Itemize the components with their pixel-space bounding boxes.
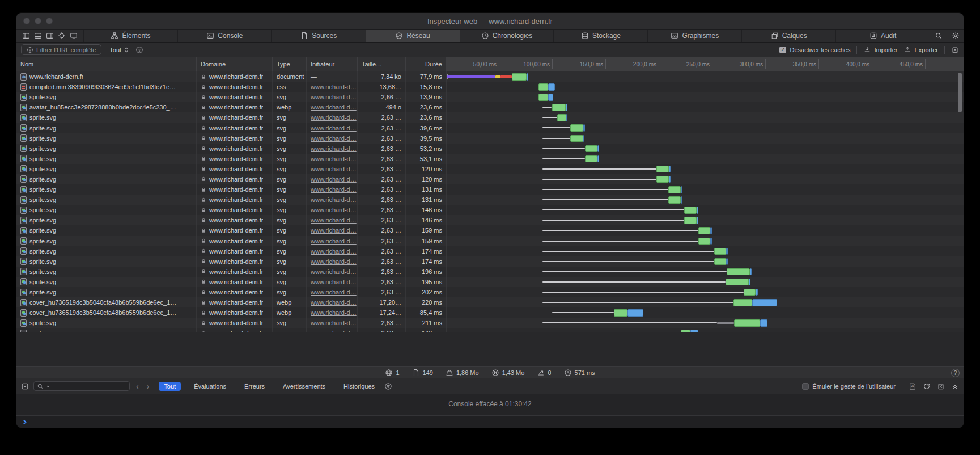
initiator-link[interactable]: www.richard-d… <box>311 166 357 172</box>
initiator-link[interactable]: www.richard-d… <box>311 176 357 183</box>
table-row[interactable]: sprite.svgwww.richard-dern.frsvgwww.rich… <box>16 112 964 123</box>
initiator-link[interactable]: www.richard-d… <box>311 155 357 162</box>
minimize-button[interactable] <box>35 18 41 24</box>
table-row[interactable]: compiled.min.38390909f303624ed9e1cf1bd3f… <box>16 82 964 92</box>
next-result-button[interactable]: › <box>145 382 151 390</box>
export-button[interactable]: Exporter <box>903 46 938 54</box>
table-row[interactable]: sprite.svgwww.richard-dern.frsvgwww.rich… <box>16 184 964 195</box>
column-header-type[interactable]: Type <box>273 57 307 71</box>
initiator-link[interactable]: www.richard-d… <box>311 248 357 255</box>
resource-type-select[interactable]: Tout <box>109 47 130 53</box>
initiator-link[interactable]: www.richard-d… <box>311 186 357 193</box>
expand-console-icon[interactable] <box>951 382 959 390</box>
table-row[interactable]: avatar_hu85ecc3e298728880b0bde2dcc4e5c23… <box>16 102 964 112</box>
table-row[interactable]: sprite.svgwww.richard-dern.frsvgwww.rich… <box>16 92 964 102</box>
table-row[interactable]: cover_hu736519dc3b5040cfa48b6b559b6de6ec… <box>16 297 964 307</box>
table-row[interactable]: www.richard-dern.frwww.richard-dern.frdo… <box>16 71 964 82</box>
initiator-link[interactable]: www.richard-d… <box>311 258 357 265</box>
table-row[interactable]: sprite.svgwww.richard-dern.frsvgwww.rich… <box>16 225 964 235</box>
table-row[interactable]: sprite.svgwww.richard-dern.frsvgwww.rich… <box>16 287 964 297</box>
column-header-initiator[interactable]: Initiateur <box>307 57 358 71</box>
table-row[interactable]: sprite.svgwww.richard-dern.frsvgwww.rich… <box>16 154 964 164</box>
close-button[interactable] <box>23 18 30 24</box>
clear-network-items-icon[interactable] <box>951 46 959 54</box>
tab-timelines[interactable]: Chronologies <box>460 30 554 42</box>
url-filter-field[interactable]: Filtrer l’URL complète <box>21 44 101 55</box>
console-scope-all[interactable]: Tout <box>159 382 181 391</box>
table-row[interactable]: sprite.svgwww.richard-dern.frsvgwww.rich… <box>16 164 964 174</box>
settings-button[interactable] <box>947 30 964 42</box>
zoom-button[interactable] <box>46 18 53 24</box>
table-row[interactable]: sprite.svgwww.richard-dern.frsvgwww.rich… <box>16 123 964 133</box>
table-row[interactable]: sprite.svgwww.richard-dern.frsvgwww.rich… <box>16 236 964 246</box>
device-icon[interactable] <box>70 32 78 40</box>
vertical-scrollbar[interactable] <box>958 73 962 112</box>
tab-sources[interactable]: Sources <box>271 30 366 42</box>
initiator-link[interactable]: www.richard-d… <box>311 309 357 316</box>
tab-network[interactable]: Réseau <box>366 30 460 42</box>
table-row[interactable]: sprite.svgwww.richard-dern.frsvgwww.rich… <box>16 267 964 277</box>
dock-right-icon[interactable] <box>46 32 54 40</box>
help-button[interactable]: ? <box>951 369 960 377</box>
disable-caches-checkbox[interactable]: ✓ Désactiver les caches <box>779 47 850 53</box>
initiator-link[interactable]: www.richard-d… <box>311 268 357 275</box>
table-row[interactable]: sprite.svgwww.richard-dern.frsvgwww.rich… <box>16 256 964 267</box>
table-row[interactable]: sprite.svgwww.richard-dern.frsvgwww.rich… <box>16 195 964 205</box>
tab-elements[interactable]: Éléments <box>83 30 177 42</box>
dock-left-icon[interactable] <box>22 32 30 40</box>
table-row[interactable]: sprite.svgwww.richard-dern.frsvgwww.rich… <box>16 144 964 154</box>
table-row[interactable]: sprite.svgwww.richard-dern.frsvgwww.rich… <box>16 246 964 256</box>
console-scope-avertissements[interactable]: Avertissements <box>278 382 330 391</box>
column-header-duration[interactable]: Durée <box>406 57 447 71</box>
tab-layers[interactable]: Calques <box>741 30 835 42</box>
initiator-link[interactable]: www.richard-d… <box>311 279 357 285</box>
initiator-link[interactable]: www.richard-d… <box>311 125 357 132</box>
console-scope-évaluations[interactable]: Évaluations <box>189 382 231 391</box>
element-picker-icon[interactable] <box>58 32 66 40</box>
column-header-domain[interactable]: Domaine <box>197 57 273 71</box>
initiator-link[interactable]: www.richard-d… <box>311 145 357 152</box>
column-header-size[interactable]: Taille… <box>358 57 406 71</box>
table-row[interactable]: sprite.svgwww.richard-dern.frsvgwww.rich… <box>16 318 964 328</box>
column-header-name[interactable]: Nom <box>16 57 197 71</box>
initiator-link[interactable]: www.richard-d… <box>311 289 357 296</box>
table-row[interactable]: sprite.svgwww.richard-dern.frsvgwww.rich… <box>16 174 964 184</box>
emulate-user-gesture-checkbox[interactable]: Émuler le geste de l’utilisateur <box>802 383 896 390</box>
initiator-link[interactable]: www.richard-d… <box>311 94 357 100</box>
initiator-link[interactable]: www.richard-d… <box>311 104 357 111</box>
initiator-link[interactable]: www.richard-d… <box>311 196 357 203</box>
table-row[interactable]: sprite.svgwww.richard-dern.frsvgwww.rich… <box>16 205 964 215</box>
console-drawer-icon[interactable] <box>21 382 29 390</box>
initiator-link[interactable]: www.richard-d… <box>311 330 357 332</box>
dock-bottom-icon[interactable] <box>34 32 42 40</box>
scope-filter-icon[interactable] <box>135 46 143 54</box>
table-row[interactable]: sprite.svgwww.richard-dern.frsvgwww.rich… <box>16 328 964 332</box>
refresh-icon[interactable] <box>923 382 931 390</box>
initiator-link[interactable]: www.richard-d… <box>311 83 357 90</box>
table-row[interactable]: sprite.svgwww.richard-dern.frsvgwww.rich… <box>16 277 964 287</box>
tab-console[interactable]: Console <box>177 30 271 42</box>
tab-storage[interactable]: Stockage <box>553 30 647 42</box>
console-scope-historiques[interactable]: Historiques <box>338 382 380 391</box>
initiator-link[interactable]: www.richard-d… <box>311 238 357 245</box>
tab-audit[interactable]: Audit <box>835 30 930 42</box>
execution-context-icon[interactable]: JS <box>909 382 917 390</box>
initiator-link[interactable]: www.richard-d… <box>311 135 357 142</box>
console-prompt[interactable] <box>16 415 964 428</box>
import-button[interactable]: Importer <box>863 46 897 54</box>
previous-result-button[interactable]: ‹ <box>134 382 141 390</box>
initiator-link[interactable]: www.richard-d… <box>311 114 357 121</box>
search-button[interactable] <box>930 30 947 42</box>
table-row[interactable]: sprite.svgwww.richard-dern.frsvgwww.rich… <box>16 133 964 144</box>
console-scope-erreurs[interactable]: Erreurs <box>239 382 270 391</box>
initiator-link[interactable]: www.richard-d… <box>311 299 357 306</box>
initiator-link[interactable]: www.richard-d… <box>311 227 357 234</box>
table-row[interactable]: sprite.svgwww.richard-dern.frsvgwww.rich… <box>16 215 964 225</box>
clear-console-icon[interactable] <box>937 382 945 390</box>
initiator-link[interactable]: www.richard-d… <box>311 217 357 224</box>
initiator-link[interactable]: www.richard-d… <box>311 207 357 213</box>
table-row[interactable]: cover_hu736519dc3b5040cfa48b6b559b6de6ec… <box>16 307 964 318</box>
console-filter-icon[interactable] <box>384 382 392 390</box>
initiator-link[interactable]: www.richard-d… <box>311 319 357 326</box>
console-search-input[interactable] <box>33 381 130 391</box>
